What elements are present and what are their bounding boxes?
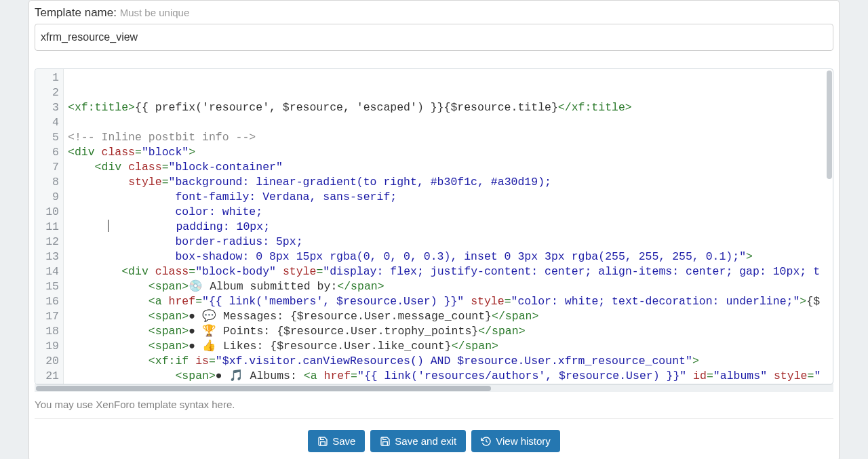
code-token: "$xf.visitor.canViewResources() AND $res… [216,355,692,367]
code-token: = [316,265,323,278]
code-token: </xf:title> [558,101,632,114]
code-editor-wrapper: 123456789101112131415161718192021 <xf:ti… [35,68,833,413]
code-line[interactable]: box-shadow: 0 8px 15px rgba(0, 0, 0, 0.3… [68,250,833,264]
code-token: ● 🏆 Points: {$resource.User.trophy_point… [189,325,478,338]
code-token: class [155,265,189,278]
code-line[interactable]: <span>● 🏆 Points: {$resource.User.trophy… [68,324,833,339]
vertical-scrollbar-thumb[interactable] [827,71,832,179]
code-token [108,220,176,233]
code-token: > [692,355,699,367]
code-token: <a [304,370,324,382]
code-token: <span> [175,370,215,382]
code-token [68,191,175,203]
code-token [68,205,175,218]
button-bar: Save Save and exit View history [35,418,833,455]
code-token: "block-container" [169,161,283,174]
code-token: style [283,265,317,278]
gutter-line-number: 21 [42,369,59,384]
code-token [68,325,149,338]
code-token: </span> [337,280,384,293]
code-line[interactable]: <!-- Inline postbit info --> [68,130,833,145]
code-token: class [128,161,162,174]
code-token: padding: 10px; [176,220,270,233]
horizontal-scrollbar[interactable] [35,384,833,392]
view-history-button-label: View history [496,435,551,447]
code-line[interactable]: <xf:title>{{ prefix('resource', $resourc… [68,100,833,115]
horizontal-scrollbar-thumb[interactable] [36,386,491,391]
code-token: <a [149,295,169,308]
code-token [68,176,128,188]
gutter-line-number: 11 [42,220,59,235]
code-token: ● 👍 Likes: {$resource.User.like_count} [189,340,451,353]
code-token: <!-- Inline postbit info --> [68,131,256,144]
code-line[interactable] [68,115,833,130]
code-token [68,161,95,174]
code-token [68,220,108,233]
gutter-line-number: 18 [42,324,59,339]
code-token: ● 🎵 Albums: [216,370,304,382]
code-line[interactable]: <span>● 💬 Messages: {$resource.User.mess… [68,309,833,324]
gutter-line-number: 13 [42,250,59,264]
code-line[interactable]: <span>● 🎵 Albums: <a href="{{ link('reso… [68,369,833,384]
code-token: = [209,355,216,367]
code-token: border-radius: 5px; [175,235,302,248]
view-history-button[interactable]: View history [471,430,560,452]
code-token: <xf:if [149,355,195,367]
code-token: > [746,250,753,263]
code-token: href [324,370,351,382]
code-token: > [189,146,195,159]
code-token: </span> [492,310,538,323]
save-icon [317,436,328,447]
code-line[interactable]: <span>● 👍 Likes: {$resource.User.like_co… [68,339,833,354]
code-token [767,370,774,382]
code-token: style [471,295,505,308]
code-line[interactable]: padding: 10px; [68,220,833,235]
code-line[interactable]: color: white; [68,205,833,220]
gutter-line-number: 12 [42,235,59,250]
template-name-input[interactable] [35,24,833,51]
code-token: font-family: Verdana, sans-serif; [175,191,397,203]
gutter-line-number: 14 [42,264,59,279]
save-icon [380,436,391,447]
save-button[interactable]: Save [308,430,365,452]
code-token: "color: white; text-decoration: underlin… [511,295,800,308]
gutter-line-number: 3 [42,100,59,115]
code-line[interactable]: <div class="block-container" [68,160,833,175]
code-line[interactable]: <xf:if is="$xf.visitor.canViewResources(… [68,354,833,369]
gutter-line-number: 2 [42,85,59,100]
code-lines[interactable]: <xf:title>{{ prefix('resource', $resourc… [64,69,833,384]
code-token [68,295,149,308]
code-line[interactable]: border-radius: 5px; [68,235,833,250]
code-editor[interactable]: 123456789101112131415161718192021 <xf:ti… [35,68,833,384]
code-token: "albums" [713,370,767,382]
code-line[interactable]: <span>💿 Album submitted by:</span> [68,279,833,294]
gutter-line-number: 4 [42,115,59,130]
code-token [464,295,471,308]
code-token: = [162,176,169,188]
code-token: = [505,295,511,308]
code-gutter: 123456789101112131415161718192021 [35,69,64,384]
code-token: color: white; [175,205,262,218]
code-token: <span> [149,325,189,338]
code-token [686,370,693,382]
editor-helper-text: You may use XenForo template syntax here… [35,392,833,413]
code-token: = [351,370,357,382]
code-line[interactable]: <a href="{{ link('members', $resource.Us… [68,294,833,309]
code-token [68,340,149,353]
code-token: style [128,176,162,188]
gutter-line-number: 17 [42,309,59,324]
gutter-line-number: 8 [42,175,59,190]
code-line[interactable]: <div class="block"> [68,145,833,160]
save-button-label: Save [332,435,355,447]
code-line[interactable]: font-family: Verdana, sans-serif; [68,190,833,205]
vertical-scrollbar[interactable] [825,69,833,384]
code-line[interactable]: style="background: linear-gradient(to ri… [68,175,833,190]
code-token [68,265,121,278]
save-exit-button[interactable]: Save and exit [370,430,466,452]
code-token: style [774,370,808,382]
code-line[interactable]: <div class="block-body" style="display: … [68,264,833,279]
gutter-line-number: 9 [42,190,59,205]
code-token: <div [121,265,155,278]
code-token: "block" [142,146,189,159]
code-token: <xf:title> [68,101,135,114]
